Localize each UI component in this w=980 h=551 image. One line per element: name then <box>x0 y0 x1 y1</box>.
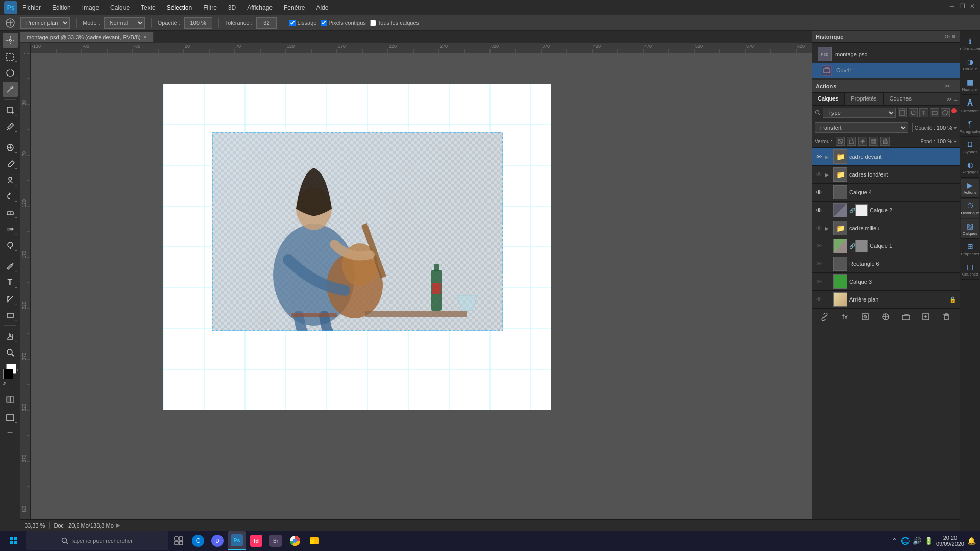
path-select-tool[interactable]: ▾ <box>3 291 18 307</box>
layer-visibility-rectangle6[interactable]: 👁 <box>815 260 823 268</box>
add-layer-btn[interactable] <box>920 311 932 322</box>
panel-icon-glyphes[interactable]: Ω Glyphes <box>961 138 979 157</box>
history-brush-tool[interactable]: ▾ <box>3 189 18 204</box>
layer-expand-arriere-plan[interactable]: ▶ <box>825 297 831 303</box>
lock-transparent-btn[interactable] <box>836 137 845 146</box>
layer-expand-calque1[interactable]: ▶ <box>825 243 831 249</box>
lock-pixels-btn[interactable] <box>847 137 856 146</box>
menu-texte[interactable]: Texte <box>136 2 161 13</box>
crop-tool[interactable]: ▾ <box>3 103 18 118</box>
layer-item-calque4[interactable]: 👁 ▶ Calque 4 <box>812 184 960 202</box>
opacity-input[interactable] <box>184 17 212 29</box>
layer-expand-cadre-devant[interactable]: ▶ <box>825 154 831 160</box>
layer-visibility-cadres-fond[interactable]: 👁 <box>815 170 823 179</box>
menu-calque[interactable]: Calque <box>105 2 135 13</box>
panel-icon-couleur[interactable]: ◑ Couleur <box>961 55 979 74</box>
panel-icon-proprietes[interactable]: ⊞ Propriétés <box>961 240 979 259</box>
gradient-tool[interactable]: ▾ <box>3 221 18 237</box>
quick-mask-btn[interactable] <box>3 392 18 407</box>
tous-calques-label[interactable]: Tous les calques <box>370 20 419 26</box>
layer-item-calque3[interactable]: 👁 ▶ Calque 3 <box>812 273 960 291</box>
clone-tool[interactable]: ▾ <box>3 172 18 188</box>
menu-filtre[interactable]: Filtre <box>198 2 222 13</box>
add-group-btn[interactable] <box>900 311 912 322</box>
close-btn[interactable]: ✕ <box>969 3 976 10</box>
actions-header[interactable]: Actions ≫ ≡ <box>812 80 960 92</box>
filter-text-btn[interactable]: T <box>919 108 928 117</box>
link-layers-btn[interactable] <box>819 311 830 322</box>
layer-visibility-calque4[interactable]: 👁 <box>815 188 823 196</box>
layer-item-arriere-plan[interactable]: 👁 ▶ Arrière-plan 🔒 <box>812 291 960 309</box>
taskbar-app-cortana[interactable]: C <box>189 531 207 550</box>
layer-item-calque2[interactable]: 👁 ▶ 🔗 Calque 2 <box>812 202 960 219</box>
pixels-contigus-label[interactable]: Pixels contigus <box>321 20 365 26</box>
menu-affichage[interactable]: Affichage <box>242 2 278 13</box>
shape-tool[interactable]: ▾ <box>3 308 18 323</box>
healing-tool[interactable]: ▾ <box>3 140 18 155</box>
tray-up-arrow[interactable]: ⌃ <box>892 537 898 545</box>
layer-visibility-calque3[interactable]: 👁 <box>815 278 823 286</box>
brush-tool[interactable]: ▾ <box>3 156 18 171</box>
tab-close-btn[interactable]: × <box>144 34 147 40</box>
panel-icon-caractere[interactable]: A Caractère <box>961 96 979 116</box>
move-tool[interactable] <box>3 33 18 48</box>
dodge-tool[interactable]: ▾ <box>3 238 18 253</box>
zoom-tool[interactable] <box>3 345 18 360</box>
tab-couches[interactable]: Couches <box>884 93 918 105</box>
taskbar-app-explorer[interactable] <box>305 531 324 550</box>
layers-expand-btn[interactable]: ≫ <box>946 96 952 103</box>
tab-calques[interactable]: Calques <box>812 93 845 105</box>
actions-menu-btn[interactable]: ≡ <box>952 83 955 89</box>
delete-layer-btn[interactable] <box>941 311 952 322</box>
menu-selection[interactable]: Sélection <box>162 2 197 13</box>
layer-item-cadres-fond[interactable]: 👁 ▶ 📁 cadres fond/ext <box>812 166 960 184</box>
foreground-color-swatch[interactable] <box>3 369 13 379</box>
taskbar-app-photoshop[interactable]: Ps <box>228 531 246 550</box>
hand-tool[interactable]: ▾ <box>3 329 18 344</box>
more-tools-btn[interactable]: ••• <box>7 430 13 435</box>
tray-volume-icon[interactable]: 🔊 <box>913 537 921 545</box>
premier-plan-select[interactable]: Premier plan <box>20 17 70 29</box>
document-tab[interactable]: montage.psd @ 33,3% (cadre devant, RVB/8… <box>20 32 154 42</box>
layer-visibility-calque2[interactable]: 👁 <box>815 206 823 214</box>
tous-calques-checkbox[interactable] <box>370 20 376 26</box>
layer-expand-rectangle6[interactable]: ▶ <box>825 261 831 267</box>
task-view-btn[interactable] <box>169 531 188 550</box>
layer-expand-calque2[interactable]: ▶ <box>825 208 831 213</box>
eyedropper-tool[interactable]: ▾ <box>3 119 18 134</box>
blend-mode-select[interactable]: Transfert Normal Dissolution <box>815 122 908 133</box>
panel-icon-paragraphe[interactable]: ¶ Paragraphe <box>961 117 979 137</box>
layer-item-cadre-milieu[interactable]: 👁 ▶ 📁 cadre milieu <box>812 219 960 237</box>
panel-icon-reglages[interactable]: ◐ Réglages <box>961 158 979 178</box>
menu-image[interactable]: Image <box>77 2 104 13</box>
screen-mode-btn[interactable]: ▾ <box>3 410 18 425</box>
restore-btn[interactable]: ❐ <box>959 3 966 10</box>
filter-adj-btn[interactable] <box>909 108 918 117</box>
wand-tool[interactable]: ▾ <box>3 82 18 97</box>
menu-fenetre[interactable]: Fenêtre <box>279 2 310 13</box>
canvas-viewport[interactable] <box>31 53 812 536</box>
mode-select[interactable]: Normal <box>104 17 145 29</box>
default-colors-btn[interactable]: ↺ <box>2 381 6 386</box>
marquee-tool[interactable]: ▾ <box>3 49 18 64</box>
tab-proprietes[interactable]: Propriétés <box>845 93 883 105</box>
history-item-file[interactable]: PSD montage.psd <box>812 45 960 63</box>
fill-dropdown[interactable]: ▾ <box>954 139 957 144</box>
add-effect-btn[interactable]: fx <box>840 311 851 322</box>
lissage-label[interactable]: Lissage <box>289 20 316 26</box>
history-item-ouvrir[interactable]: Ouvrir <box>812 63 960 78</box>
menu-aide[interactable]: Aide <box>311 2 333 13</box>
tray-notification-icon[interactable]: 🔔 <box>967 537 976 545</box>
layer-expand-calque3[interactable]: ▶ <box>825 279 831 285</box>
layer-expand-cadre-milieu[interactable]: ▶ <box>825 226 831 231</box>
filter-pixel-btn[interactable] <box>898 108 907 117</box>
tray-battery-icon[interactable]: 🔋 <box>924 537 933 545</box>
add-mask-btn[interactable] <box>860 311 871 322</box>
taskbar-app-bridge[interactable]: Br <box>266 531 285 550</box>
text-tool[interactable]: T ▾ <box>3 275 18 290</box>
start-button[interactable] <box>2 531 24 550</box>
minimize-btn[interactable]: ─ <box>948 3 955 10</box>
menu-3d[interactable]: 3D <box>223 2 241 13</box>
historique-menu-btn[interactable]: ≡ <box>952 33 955 40</box>
panel-icon-historique[interactable]: ⏱ Historique <box>961 199 979 218</box>
